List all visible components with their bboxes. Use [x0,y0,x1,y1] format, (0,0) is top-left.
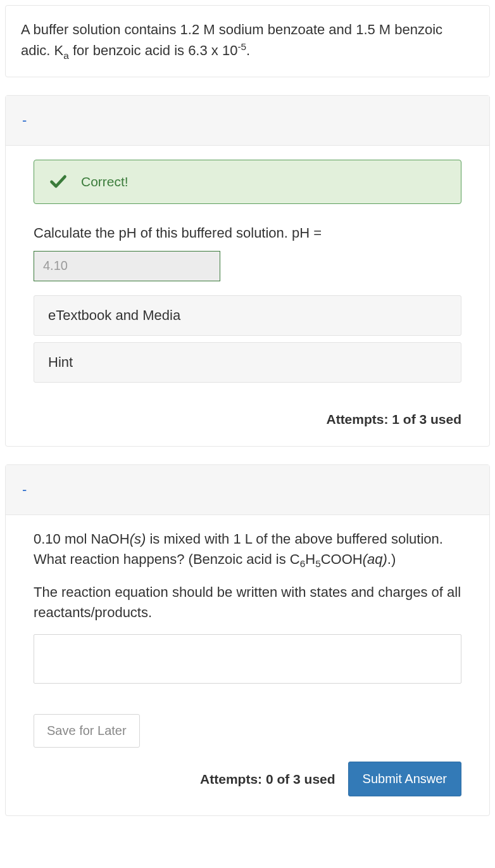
hint-button[interactable]: Hint [34,342,461,383]
part2-prompt-2: The reaction equation should be written … [34,582,461,623]
collapse-icon[interactable]: - [22,483,27,497]
part1-body: Correct! Calculate the pH of this buffer… [6,146,489,446]
collapse-icon[interactable]: - [22,113,27,127]
part2-footer: Save for Later Attempts: 0 of 3 used Sub… [34,714,461,796]
part2-body: 0.10 mol NaOH(s) is mixed with 1 L of th… [6,515,489,815]
save-for-later-button[interactable]: Save for Later [34,714,140,748]
submit-answer-button[interactable]: Submit Answer [348,762,461,796]
part1-card: - Correct! Calculate the pH of this buff… [5,95,490,447]
part2-header[interactable]: - [6,465,489,515]
part1-prompt: Calculate the pH of this buffered soluti… [34,223,461,243]
reaction-equation-input[interactable] [34,634,461,684]
part2-prompt-1: 0.10 mol NaOH(s) is mixed with 1 L of th… [34,529,461,571]
part1-header[interactable]: - [6,96,489,146]
etextbook-button[interactable]: eTextbook and Media [34,295,461,336]
question-text: A buffer solution contains 1.2 M sodium … [6,6,489,77]
correct-banner: Correct! [34,160,461,204]
part2-attempts: Attempts: 0 of 3 used [200,772,335,787]
check-icon [49,173,67,191]
question-stem-card: A buffer solution contains 1.2 M sodium … [5,5,490,77]
correct-label: Correct! [81,174,128,189]
ph-answer-input [34,251,220,281]
part2-card: - 0.10 mol NaOH(s) is mixed with 1 L of … [5,464,490,816]
part1-attempts: Attempts: 1 of 3 used [34,412,461,427]
